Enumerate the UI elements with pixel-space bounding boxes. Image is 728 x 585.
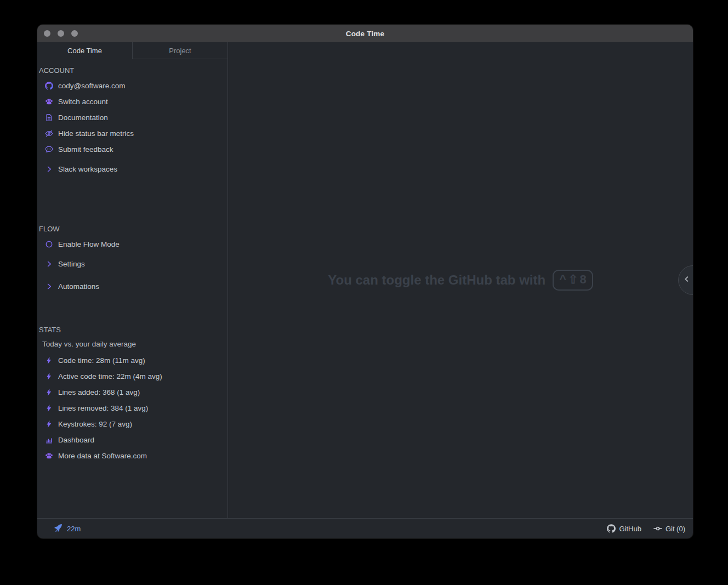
shift-key-glyph: ⇧: [568, 272, 578, 287]
chevron-left-icon: [683, 275, 691, 285]
tab-bar: Code Time Project: [37, 42, 228, 59]
sidebar-item-label: Hide status bar metrics: [58, 129, 134, 138]
sidebar-scroll: ACCOUNT cody@software.comSwitch accountD…: [37, 59, 228, 518]
sidebar-item[interactable]: Code time: 28m (11m avg): [37, 353, 228, 368]
sidebar-item-label: Submit feedback: [58, 145, 113, 154]
sidebar-item[interactable]: Settings: [37, 256, 228, 272]
sidebar-item[interactable]: Keystrokes: 92 (7 avg): [37, 416, 228, 432]
chevron-right-icon: [45, 260, 53, 268]
window-title: Code Time: [37, 30, 693, 38]
section-flow: FLOW Enable Flow ModeSettingsAutomations: [37, 224, 228, 294]
git-status-label: Git (0): [666, 525, 685, 533]
sidebar-item-label: Automations: [58, 282, 99, 291]
sidebar-item-label: cody@software.com: [58, 82, 126, 90]
sidebar-item[interactable]: Active code time: 22m (4m avg): [37, 368, 228, 384]
sidebar-item-label: Dashboard: [58, 436, 94, 444]
active-code-time-status[interactable]: 22m: [54, 524, 81, 534]
sidebar-item-label: Code time: 28m (11m avg): [58, 356, 145, 365]
sidebar-item[interactable]: Submit feedback: [37, 141, 228, 157]
tab-code-time[interactable]: Code Time: [37, 42, 132, 59]
sidebar-item-label: Enable Flow Mode: [58, 240, 120, 248]
control-key-glyph: ^: [559, 272, 566, 287]
sidebar-item[interactable]: Enable Flow Mode: [37, 236, 228, 252]
minimize-button[interactable]: [58, 30, 64, 37]
statusbar-right: GitHub Git (0): [607, 524, 685, 533]
sidebar-item[interactable]: Switch account: [37, 94, 228, 110]
paw-icon: [45, 452, 53, 460]
sidebar-item[interactable]: cody@software.com: [37, 78, 228, 94]
titlebar[interactable]: Code Time: [37, 25, 693, 42]
sidebar-item-label: Documentation: [58, 113, 108, 122]
sidebar-item[interactable]: Documentation: [37, 110, 228, 126]
sidebar-item[interactable]: Hide status bar metrics: [37, 126, 228, 141]
shortcut-badge: ^ ⇧ 8: [553, 270, 593, 291]
sidebar-item-label: More data at Software.com: [58, 452, 147, 460]
sidebar: Code Time Project ACCOUNT cody@software.…: [37, 42, 228, 518]
github-logo-icon: [607, 524, 616, 533]
number-key-glyph: 8: [579, 272, 586, 287]
sidebar-item-label: Lines added: 368 (1 avg): [58, 388, 140, 396]
github-status-item[interactable]: GitHub: [607, 524, 641, 533]
sidebar-item-label: Slack workspaces: [58, 165, 117, 173]
hint-text: You can toggle the GitHub tab with: [328, 272, 545, 288]
circle-outline-icon: [45, 240, 53, 248]
eye-slash-icon: [45, 129, 53, 138]
sidebar-item[interactable]: Dashboard: [37, 432, 228, 448]
main-panel: You can toggle the GitHub tab with ^ ⇧ 8: [228, 42, 693, 518]
sidebar-item[interactable]: Slack workspaces: [37, 161, 228, 177]
section-account: ACCOUNT cody@software.comSwitch accountD…: [37, 66, 228, 177]
traffic-lights: [37, 30, 78, 37]
comment-icon: [45, 145, 53, 154]
document-icon: [45, 113, 53, 122]
sidebar-item-label: Lines removed: 384 (1 avg): [58, 404, 148, 412]
account-items: cody@software.comSwitch accountDocumenta…: [37, 78, 228, 177]
chevron-right-icon: [45, 165, 53, 173]
section-title-flow: FLOW: [37, 224, 228, 234]
rocket-icon: [54, 524, 62, 534]
zoom-button[interactable]: [71, 30, 78, 37]
git-status-item[interactable]: Git (0): [653, 524, 685, 533]
sidebar-item-label: Settings: [58, 260, 85, 268]
close-button[interactable]: [44, 30, 50, 37]
tab-project[interactable]: Project: [132, 42, 228, 59]
sidebar-item[interactable]: More data at Software.com: [37, 448, 228, 464]
sidebar-item-label: Keystrokes: 92 (7 avg): [58, 420, 132, 428]
section-stats: STATS Today vs. your daily average Code …: [37, 325, 228, 464]
github-status-label: GitHub: [619, 525, 641, 533]
code-time-window: Code Time Code Time Project ACCOUNT cody…: [37, 25, 693, 538]
stats-items: Code time: 28m (11m avg)Active code time…: [37, 353, 228, 464]
sidebar-item-label: Switch account: [58, 98, 108, 106]
status-bar: 22m GitHub Git (0): [37, 518, 693, 538]
github-tab-hint: You can toggle the GitHub tab with ^ ⇧ 8: [228, 270, 693, 291]
bolt-icon: [45, 356, 53, 365]
content-area: Code Time Project ACCOUNT cody@software.…: [37, 42, 693, 518]
flow-items: Enable Flow ModeSettingsAutomations: [37, 236, 228, 294]
git-commit-icon: [653, 524, 662, 533]
sidebar-item[interactable]: Automations: [37, 279, 228, 294]
section-title-account: ACCOUNT: [37, 66, 228, 76]
section-title-stats: STATS: [37, 325, 228, 335]
bolt-icon: [45, 420, 53, 428]
github-icon: [45, 82, 53, 90]
sidebar-item-label: Active code time: 22m (4m avg): [58, 372, 162, 380]
bolt-icon: [45, 372, 53, 380]
bar-chart-icon: [45, 436, 53, 444]
sidebar-item[interactable]: Lines added: 368 (1 avg): [37, 384, 228, 400]
active-code-time-label: 22m: [67, 525, 81, 533]
bolt-icon: [45, 388, 53, 396]
paw-icon: [45, 98, 53, 106]
chevron-right-icon: [45, 282, 53, 291]
sidebar-item[interactable]: Lines removed: 384 (1 avg): [37, 400, 228, 416]
stats-subtitle: Today vs. your daily average: [37, 337, 228, 351]
bolt-icon: [45, 404, 53, 412]
